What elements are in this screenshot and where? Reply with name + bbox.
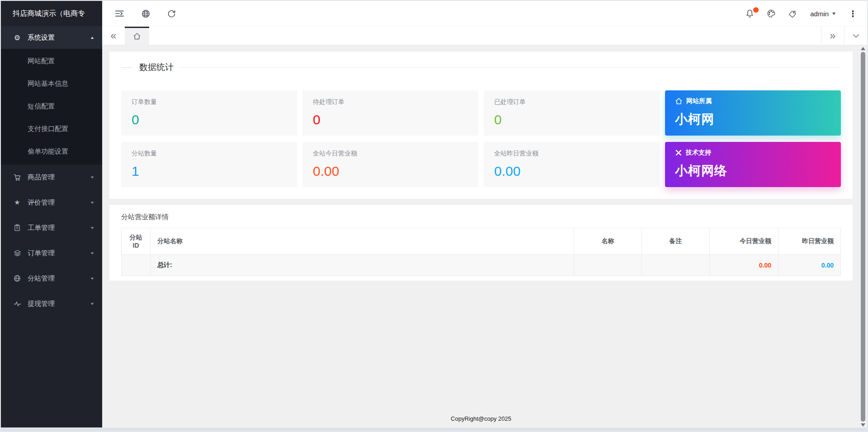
copyright-text: CopyRight@copy 2025 (451, 415, 511, 422)
site-owner-name: 小柯网 (675, 111, 831, 128)
language-globe-button[interactable] (142, 9, 150, 18)
refresh-button[interactable] (167, 9, 176, 18)
notifications-button[interactable] (745, 9, 754, 18)
promo-tag-label: 网站所属 (686, 97, 712, 105)
scroll-down-arrow[interactable] (861, 423, 865, 427)
sidebar-item-substation-management[interactable]: 分站管理 ▼ (1, 266, 102, 291)
chevron-down-icon: ▼ (90, 302, 94, 306)
tools-icon (675, 149, 682, 156)
sidebar-item-label: 商品管理 (28, 173, 90, 182)
sidebar-menu: ⚙ 系统设置 ▲ 网站配置 网站基本信息 短信配置 支付接口配置 偷单功能设置 … (1, 26, 102, 316)
sidebar-item-system-settings[interactable]: ⚙ 系统设置 ▲ (1, 26, 102, 49)
col-remark: 备注 (642, 228, 710, 255)
col-yesterday-revenue: 昨日营业额 (778, 228, 841, 255)
stat-value: 0.00 (313, 164, 468, 179)
sidebar: 抖店商城演示（电商专 ⚙ 系统设置 ▲ 网站配置 网站基本信息 短信配置 支付接… (1, 1, 102, 431)
sidebar-item-website-config[interactable]: 网站配置 (1, 50, 102, 72)
globe-icon (13, 275, 22, 282)
system-settings-submenu: 网站配置 网站基本信息 短信配置 支付接口配置 偷单功能设置 (1, 49, 102, 164)
sidebar-item-withdrawal-management[interactable]: 提现管理 ▼ (1, 291, 102, 316)
chevron-down-icon: ▼ (90, 226, 94, 230)
app-window: 抖店商城演示（电商专 ⚙ 系统设置 ▲ 网站配置 网站基本信息 短信配置 支付接… (0, 0, 868, 432)
sidebar-item-sms-config[interactable]: 短信配置 (1, 95, 102, 117)
total-label: 总计: (151, 255, 574, 276)
clipboard-icon (13, 224, 22, 231)
col-substation-name: 分站名称 (151, 228, 574, 255)
stat-value: 0 (313, 112, 468, 127)
stat-order-count: 订单数量 0 (121, 90, 297, 136)
stat-processed-orders: 已处理订单 0 (484, 90, 660, 136)
gear-icon: ⚙ (13, 33, 22, 42)
scrollbar-thumb[interactable] (861, 52, 865, 422)
tabbar: « » (102, 26, 867, 45)
sidebar-item-steal-order-settings[interactable]: 偷单功能设置 (1, 140, 102, 163)
tabs-scroll-left-button[interactable]: « (102, 27, 125, 45)
table-header-row: 分站ID 分站名称 名称 备注 今日营业额 昨日营业额 (122, 228, 841, 255)
topbar: admin ▼ ⋮ (102, 1, 867, 26)
tab-home[interactable] (125, 27, 149, 45)
theme-palette-button[interactable] (767, 9, 776, 18)
col-name: 名称 (574, 228, 642, 255)
stat-substation-count: 分站数量 1 (121, 142, 297, 187)
notification-badge (753, 7, 759, 13)
stats-grid: 订单数量 0 待处理订单 0 已处理订单 0 (121, 90, 841, 187)
home-icon (133, 33, 141, 40)
chevron-down-icon: ▼ (90, 277, 94, 281)
col-today-revenue: 今日营业额 (710, 228, 778, 255)
chevron-down-icon: ▼ (90, 201, 94, 205)
chevron-down-icon: ▼ (831, 11, 837, 16)
scroll-up-arrow[interactable] (861, 47, 865, 50)
col-substation-id: 分站ID (122, 228, 151, 255)
sidebar-item-website-basic-info[interactable]: 网站基本信息 (1, 72, 102, 95)
main-area: admin ▼ ⋮ « » (102, 1, 867, 431)
sidebar-item-ticket-management[interactable]: 工单管理 ▼ (1, 215, 102, 240)
stat-value: 1 (132, 164, 287, 179)
stat-today-revenue: 全站今日营业额 0.00 (302, 142, 478, 187)
total-yesterday-revenue: 0.00 (778, 255, 841, 276)
more-options-button[interactable]: ⋮ (849, 9, 857, 19)
section-title: 数据统计 (139, 61, 174, 73)
sidebar-item-label: 提现管理 (28, 300, 90, 308)
sidebar-item-label: 系统设置 (28, 33, 90, 42)
tech-support-name: 小柯网络 (675, 162, 831, 179)
chevron-down-icon: ▼ (90, 175, 94, 179)
stat-yesterday-revenue: 全站昨日营业额 0.00 (484, 142, 660, 187)
promo-tag-label: 技术支持 (686, 149, 711, 157)
cart-icon (13, 174, 22, 181)
tech-support-card: 技术支持 小柯网络 (665, 142, 841, 187)
stats-section-header: 数据统计 (121, 61, 841, 73)
app-title: 抖店商城演示（电商专 (1, 1, 102, 26)
layers-icon (13, 249, 22, 257)
sidebar-item-review-management[interactable]: ★ 评价管理 ▼ (1, 190, 102, 215)
stat-pending-orders: 待处理订单 0 (302, 90, 478, 136)
chevron-up-icon: ▲ (90, 36, 94, 40)
stat-value: 0 (494, 112, 649, 127)
tabs-dropdown-button[interactable] (844, 27, 867, 45)
sidebar-item-label: 工单管理 (28, 224, 90, 232)
content-area: 数据统计 订单数量 0 待处理订单 0 已处理订单 0 (102, 45, 867, 431)
user-menu[interactable]: admin ▼ (810, 10, 836, 18)
sidebar-item-goods-management[interactable]: 商品管理 ▼ (1, 164, 102, 190)
home-icon (675, 98, 683, 105)
table-title: 分站营业额详情 (121, 213, 841, 221)
tabs-scroll-right-button[interactable]: » (821, 27, 844, 45)
pulse-icon (13, 300, 22, 308)
stats-card: 数据统计 订单数量 0 待处理订单 0 已处理订单 0 (109, 52, 853, 199)
substation-revenue-table: 分站ID 分站名称 名称 备注 今日营业额 昨日营业额 总计: (121, 228, 841, 276)
substation-revenue-card: 分站营业额详情 分站ID 分站名称 名称 备注 今日营业额 昨日营业额 (109, 205, 853, 281)
sidebar-item-label: 订单管理 (28, 249, 90, 258)
table-total-row: 总计: 0.00 0.00 (122, 255, 841, 276)
stat-value: 0 (132, 112, 287, 127)
sidebar-item-payment-api-config[interactable]: 支付接口配置 (1, 117, 102, 140)
horizontal-scrollbar[interactable] (1, 427, 867, 431)
total-today-revenue: 0.00 (710, 255, 778, 276)
tag-button[interactable] (788, 9, 797, 18)
username: admin (810, 10, 829, 18)
sidebar-item-order-management[interactable]: 订单管理 ▼ (1, 240, 102, 266)
stat-value: 0.00 (494, 164, 649, 179)
star-icon: ★ (13, 198, 22, 207)
sidebar-item-label: 评价管理 (28, 198, 90, 207)
chevron-down-icon: ▼ (90, 251, 94, 255)
vertical-scrollbar[interactable] (860, 47, 866, 427)
collapse-sidebar-button[interactable] (115, 9, 124, 18)
